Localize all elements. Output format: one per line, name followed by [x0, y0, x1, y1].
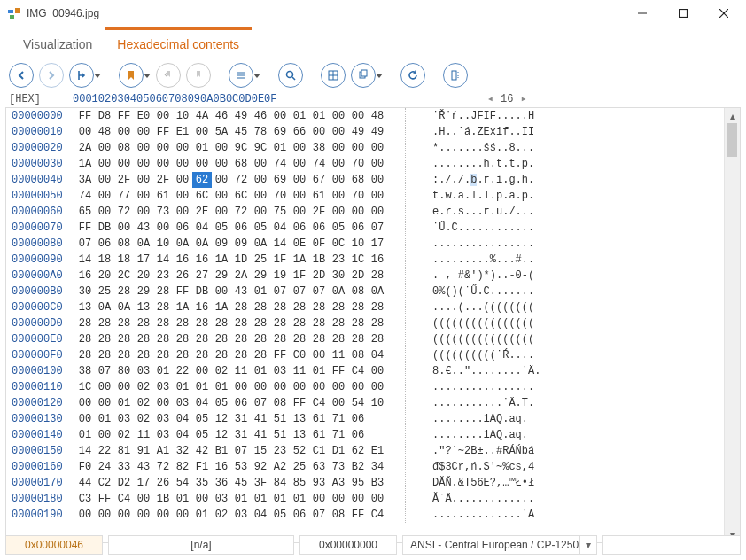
hex-byte[interactable]: 03 [231, 507, 251, 523]
hex-byte[interactable]: 00 [290, 172, 309, 188]
hex-byte[interactable]: 00 [95, 204, 114, 220]
hex-byte[interactable]: 00 [290, 156, 309, 172]
hex-byte[interactable]: 16 [192, 299, 212, 315]
hex-byte[interactable]: 00 [270, 108, 290, 124]
hex-byte[interactable]: 1F [290, 268, 309, 284]
hex-byte[interactable]: 00 [251, 172, 270, 188]
hex-byte[interactable]: 00 [348, 108, 368, 124]
hex-byte[interactable]: 28 [231, 331, 251, 347]
page-prev-icon[interactable]: ◂ [487, 92, 493, 105]
hex-byte[interactable]: 28 [114, 284, 134, 299]
hex-byte[interactable]: 28 [231, 299, 251, 315]
hex-byte[interactable]: 45 [231, 475, 251, 491]
hex-byte[interactable]: 07 [251, 395, 270, 411]
hex-byte[interactable]: 31 [231, 411, 251, 427]
hex-byte[interactable]: 48 [95, 124, 114, 140]
hex-row[interactable]: 28282828282828282828282828282828 [75, 331, 387, 347]
hex-byte[interactable]: 35 [192, 475, 212, 491]
hex-byte[interactable]: 20 [95, 268, 114, 284]
hex-byte[interactable]: 00 [134, 156, 153, 172]
hex-byte[interactable]: 00 [329, 172, 348, 188]
hex-byte[interactable]: 51 [270, 427, 290, 443]
hex-byte[interactable]: 28 [368, 268, 387, 284]
hex-byte[interactable]: 00 [212, 156, 231, 172]
offset-cell[interactable]: 00000110 [12, 379, 70, 395]
hex-byte[interactable]: 00 [95, 507, 114, 523]
hex-byte[interactable]: 28 [95, 315, 114, 331]
hex-byte[interactable]: 61 [309, 188, 329, 204]
hex-byte[interactable]: 00 [368, 363, 387, 379]
hex-byte[interactable]: 07 [270, 284, 290, 299]
hex-byte[interactable]: 00 [309, 379, 329, 395]
forward-button[interactable] [39, 63, 64, 88]
hex-byte[interactable]: 28 [348, 331, 368, 347]
hex-byte[interactable]: FF [329, 363, 348, 379]
hex-byte[interactable]: 28 [348, 315, 368, 331]
hex-byte[interactable]: 05 [192, 411, 212, 427]
hex-byte[interactable]: E1 [173, 124, 192, 140]
hex-byte[interactable]: 0A [134, 236, 153, 252]
hex-byte[interactable]: FF [348, 507, 368, 523]
hex-byte[interactable]: 04 [368, 347, 387, 363]
hex-byte[interactable]: 28 [153, 347, 173, 363]
hex-byte[interactable]: 07 [309, 507, 329, 523]
hex-byte[interactable]: 30 [329, 268, 348, 284]
hex-byte[interactable]: 01 [173, 491, 192, 507]
hex-byte[interactable]: 00 [212, 140, 231, 156]
hex-byte[interactable]: 2F [114, 172, 134, 188]
hex-byte[interactable]: 31 [231, 427, 251, 443]
hex-byte[interactable]: C0 [290, 347, 309, 363]
hex-byte[interactable]: FF [290, 395, 309, 411]
hex-byte[interactable]: 10 [153, 236, 173, 252]
hex-byte[interactable]: 00 [134, 188, 153, 204]
hex-byte[interactable]: 00 [368, 140, 387, 156]
offset-cell[interactable]: 00000040 [12, 172, 70, 188]
hex-byte[interactable]: 04 [251, 507, 270, 523]
hex-byte[interactable]: 07 [290, 284, 309, 299]
hex-byte[interactable]: 41 [251, 427, 270, 443]
ascii-row[interactable]: ........h.t.t.p. [432, 156, 540, 172]
hex-byte[interactable]: 00 [173, 507, 192, 523]
hex-byte[interactable]: 00 [251, 204, 270, 220]
hex-byte[interactable]: 00 [251, 379, 270, 395]
hex-byte[interactable]: 61 [309, 411, 329, 427]
hex-byte[interactable]: 01 [192, 140, 212, 156]
hex-byte[interactable]: 2D [348, 268, 368, 284]
hex-byte[interactable]: 16 [75, 268, 95, 284]
hex-row[interactable]: FFD8FFE000104A464946000101000048 [75, 108, 387, 124]
hex-byte[interactable]: 0A [114, 299, 134, 315]
hex-byte[interactable]: 44 [75, 475, 95, 491]
hex-byte[interactable]: 00 [153, 108, 173, 124]
refresh-button[interactable] [400, 63, 425, 88]
hex-row[interactable]: C3FFC4001B0100030101010100000000 [75, 491, 387, 507]
offset-cell[interactable]: 000000A0 [12, 268, 70, 284]
hex-byte[interactable]: 2E [192, 204, 212, 220]
hex-byte[interactable]: 00 [290, 379, 309, 395]
hex-byte[interactable]: 00 [173, 172, 192, 188]
hex-row[interactable]: 130A0A13281A161A2828282828282828 [75, 299, 387, 315]
hex-byte[interactable]: 1F [270, 252, 290, 268]
hex-byte[interactable]: 28 [251, 347, 270, 363]
hex-byte[interactable]: 53 [231, 459, 251, 475]
hex-byte[interactable]: 02 [134, 411, 153, 427]
hex-byte[interactable]: 00 [114, 124, 134, 140]
hex-byte[interactable]: 2F [153, 172, 173, 188]
hex-byte[interactable]: 85 [290, 475, 309, 491]
offset-cell[interactable]: 00000170 [12, 475, 70, 491]
hex-byte[interactable]: 32 [173, 443, 192, 459]
offset-cell[interactable]: 000000D0 [12, 315, 70, 331]
hex-byte[interactable]: 00 [290, 204, 309, 220]
hex-byte[interactable]: 49 [368, 124, 387, 140]
hex-byte[interactable]: 00 [134, 491, 153, 507]
hex-byte[interactable]: 00 [329, 108, 348, 124]
close-button[interactable] [703, 0, 744, 27]
offset-cell[interactable]: 00000070 [12, 220, 70, 236]
maximize-button[interactable] [663, 0, 703, 27]
hex-byte[interactable]: 18 [95, 252, 114, 268]
hex-byte[interactable]: 23 [329, 252, 348, 268]
ascii-row[interactable]: 0%()(˙Ű.C....... [432, 284, 540, 299]
hex-byte[interactable]: 23 [153, 268, 173, 284]
hex-byte[interactable]: 00 [368, 156, 387, 172]
hex-byte[interactable]: 05 [212, 395, 231, 411]
hex-byte[interactable]: 1C [75, 379, 95, 395]
